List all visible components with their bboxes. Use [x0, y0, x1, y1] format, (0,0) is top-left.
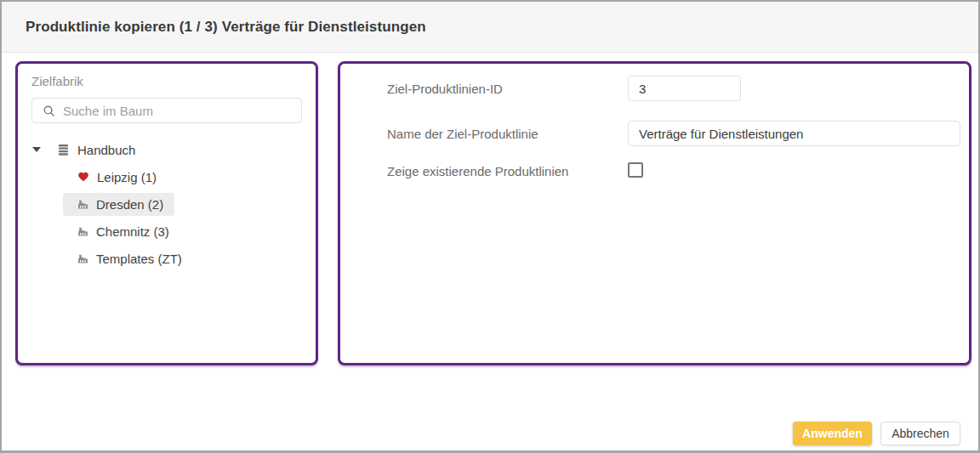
tree-panel-title: Zielfabrik: [31, 74, 316, 88]
cancel-button[interactable]: Abbrechen: [880, 422, 960, 445]
search-icon: [43, 105, 55, 117]
target-factory-panel: Zielfabrik: [15, 61, 318, 365]
target-product-line-name-input[interactable]: [628, 121, 960, 146]
tree-node-label: Handbuch: [77, 143, 135, 157]
tree-search-box[interactable]: [31, 98, 302, 123]
target-product-line-name-label: Name der Ziel-Produktlinie: [387, 127, 538, 141]
tree-node-dresden[interactable]: Dresden (2): [18, 190, 316, 218]
tree-node-templates[interactable]: Templates (ZT): [18, 245, 316, 272]
tree-node-label: Dresden (2): [96, 197, 163, 212]
apply-button[interactable]: Anwenden: [793, 422, 872, 445]
tree-node-label: Chemnitz (3): [96, 224, 169, 239]
heart-icon: [77, 171, 89, 183]
factory-icon: [77, 253, 88, 264]
factory-icon: [77, 226, 88, 237]
tree-node-chemnitz[interactable]: Chemnitz (3): [18, 218, 316, 245]
product-line-form-panel: Ziel-Produktlinien-ID Name der Ziel-Prod…: [338, 61, 971, 365]
factory-tree: Handbuch Leipzig (1): [18, 136, 316, 272]
selected-tree-node: Dresden (2): [63, 193, 174, 216]
target-product-line-id-input[interactable]: [628, 76, 741, 101]
dialog-titlebar: Produktlinie kopieren (1 / 3) Verträge f…: [2, 2, 978, 53]
show-existing-product-lines-label: Zeige existierende Produktlinien: [387, 164, 568, 178]
show-existing-product-lines-checkbox[interactable]: [628, 162, 643, 178]
tree-node-handbuch[interactable]: Handbuch: [18, 136, 316, 163]
tree-node-label: Templates (ZT): [96, 252, 182, 266]
dialog-title: Produktlinie kopieren (1 / 3) Verträge f…: [26, 19, 426, 36]
tree-node-leipzig[interactable]: Leipzig (1): [18, 163, 316, 190]
target-product-line-id-label: Ziel-Produktlinien-ID: [387, 82, 503, 96]
chevron-down-icon[interactable]: [32, 147, 41, 152]
tree-node-label: Leipzig (1): [97, 170, 157, 184]
tree-search-input[interactable]: [63, 104, 293, 118]
database-icon: [57, 144, 70, 156]
dialog-frame: Produktlinie kopieren (1 / 3) Verträge f…: [0, 0, 980, 453]
factory-icon: [77, 199, 88, 210]
